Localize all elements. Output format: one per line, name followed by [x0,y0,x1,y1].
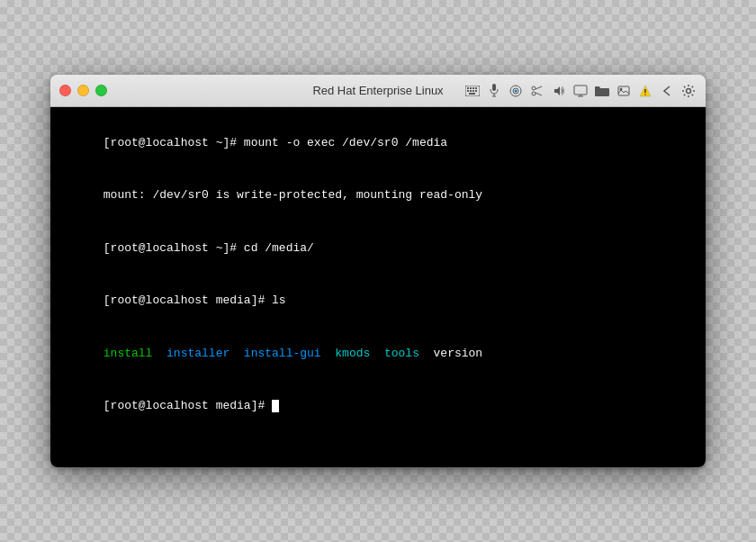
svg-point-16 [532,86,536,90]
terminal-line-2: mount: /dev/sr0 is write-protected, moun… [61,169,695,222]
volume-icon[interactable] [551,83,567,99]
svg-point-15 [515,89,518,92]
svg-rect-5 [467,90,469,92]
terminal-window: Red Hat Enterprise Linux [50,75,706,467]
titlebar: Red Hat Enterprise Linux [50,75,706,107]
settings-icon[interactable] [680,83,697,99]
scissors-icon[interactable] [529,83,545,99]
svg-rect-1 [467,87,469,89]
record-icon[interactable] [508,83,524,99]
svg-line-18 [536,86,542,89]
maximize-button[interactable] [95,85,107,96]
terminal-line-5-ls-output: install installer install-gui kmods tool… [61,327,695,380]
toolbar-icons [464,83,697,99]
svg-rect-7 [472,90,474,92]
svg-rect-10 [492,84,496,91]
svg-point-29 [687,88,691,93]
svg-rect-9 [469,93,475,95]
image-icon[interactable] [616,83,632,99]
svg-rect-6 [470,90,472,92]
terminal-line-6-prompt: [root@localhost media]# [61,380,695,433]
terminal-line-1: [root@localhost ~]# mount -o exec /dev/s… [61,116,695,169]
terminal-body[interactable]: [root@localhost ~]# mount -o exec /dev/s… [50,107,706,467]
microphone-icon[interactable] [486,83,502,99]
warning-icon[interactable] [637,83,653,99]
svg-point-17 [532,92,536,95]
terminal-line-4: [root@localhost media]# ls [61,275,695,328]
cursor [272,400,279,412]
svg-rect-4 [475,87,477,89]
display-icon[interactable] [572,83,589,99]
close-button[interactable] [59,85,71,96]
svg-rect-21 [574,86,587,95]
terminal-line-3: [root@localhost ~]# cd /media/ [61,221,695,275]
minimize-button[interactable] [77,85,89,96]
folder-icon[interactable] [594,83,610,99]
svg-rect-3 [472,87,474,89]
traffic-lights [59,85,107,96]
svg-rect-8 [475,90,477,92]
back-arrow-icon[interactable] [659,83,675,99]
svg-line-19 [536,93,542,95]
svg-marker-20 [554,86,560,95]
svg-rect-2 [470,87,472,89]
svg-point-28 [644,94,646,95]
window-title: Red Hat Enterprise Linux [312,84,443,97]
keyboard-icon[interactable] [464,83,481,99]
